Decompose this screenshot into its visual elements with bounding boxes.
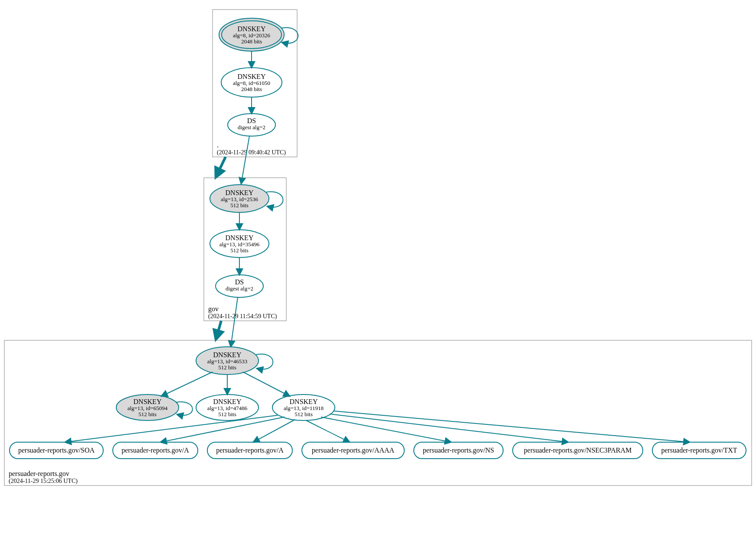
rr-soa[interactable]: persuader-reports.gov/SOA (10, 442, 103, 459)
node-root-ds[interactable]: DS digest alg=2 (228, 114, 275, 136)
rr-aaaa[interactable]: persuader-reports.gov/AAAA (302, 442, 404, 459)
edge-zone-gov-to-domain (216, 321, 221, 339)
svg-text:alg=13, id=47486: alg=13, id=47486 (207, 405, 248, 411)
svg-text:DS: DS (247, 117, 256, 124)
node-gov-zsk[interactable]: DNSKEY alg=13, id=35496 512 bits (210, 230, 269, 257)
zone-gov: gov (2024-11-29 11:54:59 UTC) DNSKEY alg… (204, 178, 286, 321)
rr-ns[interactable]: persuader-reports.gov/NS (414, 442, 503, 459)
node-gov-ksk[interactable]: DNSKEY alg=13, id=2536 512 bits (210, 185, 269, 212)
edge-gov-ds-to-dom-ksk (231, 297, 238, 347)
rr-txt[interactable]: persuader-reports.gov/TXT (652, 442, 746, 459)
svg-text:digest alg=2: digest alg=2 (238, 124, 265, 130)
svg-text:512 bits: 512 bits (218, 411, 236, 417)
rr-a1[interactable]: persuader-reports.gov/A (113, 442, 198, 459)
svg-text:alg=13, id=35496: alg=13, id=35496 (219, 241, 260, 248)
svg-text:digest alg=2: digest alg=2 (226, 285, 253, 292)
svg-text:persuader-reports.gov/NS: persuader-reports.gov/NS (423, 446, 494, 454)
zone-root: . (2024-11-29 09:40:42 UTC) DNSKEY alg=8… (213, 10, 298, 157)
zone-domain-label: persuader-reports.gov (9, 470, 69, 478)
svg-text:512 bits: 512 bits (138, 411, 157, 417)
svg-text:DNSKEY: DNSKEY (238, 25, 266, 33)
svg-text:alg=13, id=11918: alg=13, id=11918 (284, 405, 324, 411)
zone-root-label: . (217, 141, 219, 149)
svg-text:persuader-reports.gov/TXT: persuader-reports.gov/TXT (661, 446, 737, 454)
node-dom-ksk[interactable]: DNSKEY alg=13, id=46533 512 bits (196, 347, 259, 375)
node-dom-zsk2[interactable]: DNSKEY alg=13, id=47486 512 bits (196, 394, 259, 420)
svg-text:DNSKEY: DNSKEY (290, 398, 318, 405)
svg-text:alg=13, id=65094: alg=13, id=65094 (128, 405, 168, 411)
svg-text:persuader-reports.gov/AAAA: persuader-reports.gov/AAAA (312, 446, 395, 454)
svg-text:persuader-reports.gov/SOA: persuader-reports.gov/SOA (18, 446, 95, 454)
rr-a2[interactable]: persuader-reports.gov/A (207, 442, 292, 459)
edge-dom-ksk-zsk1 (161, 372, 213, 396)
svg-text:alg=8, id=61050: alg=8, id=61050 (233, 80, 270, 86)
edge-root-ds-to-gov-ksk (241, 136, 249, 184)
svg-text:512 bits: 512 bits (218, 364, 236, 371)
edge-zone-root-to-gov (216, 157, 226, 177)
svg-text:512 bits: 512 bits (295, 411, 313, 417)
node-root-ksk[interactable]: DNSKEY alg=8, id=20326 2048 bits (219, 18, 284, 51)
zone-gov-timestamp: (2024-11-29 11:54:59 UTC) (208, 313, 277, 320)
node-root-zsk[interactable]: DNSKEY alg=8, id=61050 2048 bits (221, 68, 282, 97)
svg-text:alg=13, id=2536: alg=13, id=2536 (221, 196, 259, 202)
svg-text:DNSKEY: DNSKEY (226, 234, 254, 241)
edge-zsk3-soa (65, 415, 278, 442)
edge-zsk3-txt (333, 411, 690, 442)
node-dom-zsk3[interactable]: DNSKEY alg=13, id=11918 512 bits (272, 394, 335, 420)
svg-text:DNSKEY: DNSKEY (226, 189, 254, 196)
svg-text:persuader-reports.gov/A: persuader-reports.gov/A (216, 446, 284, 454)
svg-text:DS: DS (235, 278, 244, 286)
svg-text:512 bits: 512 bits (230, 247, 249, 254)
rr-nsec3param[interactable]: persuader-reports.gov/NSEC3PARAM (513, 442, 643, 459)
zone-gov-label: gov (208, 305, 219, 313)
svg-text:DNSKEY: DNSKEY (238, 73, 266, 80)
svg-text:DNSKEY: DNSKEY (134, 398, 162, 405)
dnssec-graph: . (2024-11-29 09:40:42 UTC) DNSKEY alg=8… (0, 0, 756, 554)
edge-zsk3-a2 (253, 420, 295, 442)
svg-text:persuader-reports.gov/NSEC3PAR: persuader-reports.gov/NSEC3PARAM (524, 446, 632, 454)
svg-text:persuader-reports.gov/A: persuader-reports.gov/A (121, 446, 189, 454)
edge-zsk3-a1 (160, 417, 285, 442)
svg-rect-25 (4, 340, 752, 486)
svg-text:alg=8, id=20326: alg=8, id=20326 (233, 32, 271, 39)
svg-text:2048 bits: 2048 bits (241, 38, 262, 45)
svg-text:DNSKEY: DNSKEY (213, 398, 242, 405)
zone-root-timestamp: (2024-11-29 09:40:42 UTC) (217, 149, 286, 156)
zone-domain: persuader-reports.gov (2024-11-29 15:25:… (4, 340, 752, 486)
edge-zsk3-aaaa (306, 420, 350, 442)
svg-text:2048 bits: 2048 bits (241, 86, 262, 92)
node-dom-zsk1[interactable]: DNSKEY alg=13, id=65094 512 bits (116, 394, 179, 420)
edge-dom-ksk-zsk3 (243, 372, 290, 396)
zone-domain-timestamp: (2024-11-29 15:25:06 UTC) (9, 478, 78, 485)
svg-text:alg=13, id=46533: alg=13, id=46533 (207, 358, 248, 365)
svg-text:DNSKEY: DNSKEY (213, 351, 242, 358)
node-gov-ds[interactable]: DS digest alg=2 (216, 275, 263, 297)
svg-text:512 bits: 512 bits (230, 202, 249, 209)
